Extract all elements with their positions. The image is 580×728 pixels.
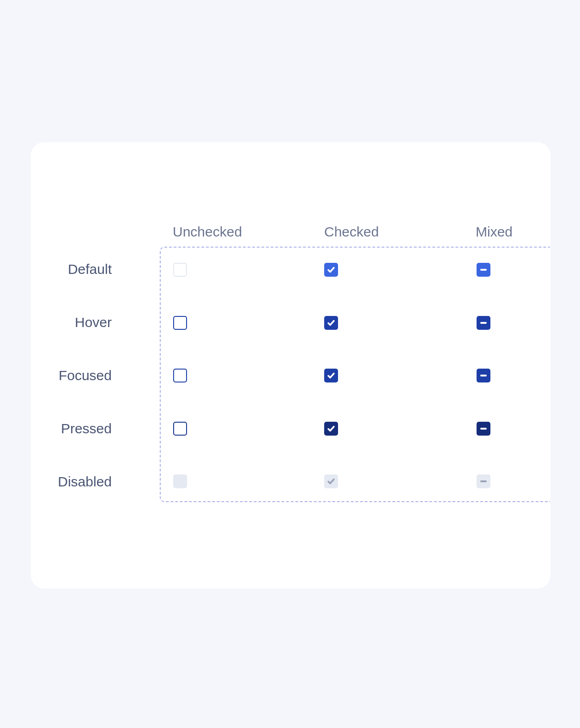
column-header-unchecked: Unchecked xyxy=(173,224,242,240)
checkbox-checked-pressed[interactable] xyxy=(324,422,338,436)
row-label-focused: Focused xyxy=(19,368,112,383)
row-label-default: Default xyxy=(19,261,112,277)
check-icon xyxy=(327,425,335,433)
check-icon xyxy=(327,371,335,380)
dash-icon xyxy=(480,428,487,430)
checkbox-checked-disabled xyxy=(324,474,338,488)
row-label-disabled: Disabled xyxy=(19,474,112,490)
checkbox-unchecked-hover[interactable] xyxy=(173,316,187,330)
column-header-checked: Checked xyxy=(324,224,379,240)
column-header-mixed: Mixed xyxy=(476,224,513,240)
dash-icon xyxy=(480,375,487,376)
checkbox-mixed-hover[interactable] xyxy=(477,316,490,330)
checkbox-checked-default[interactable] xyxy=(324,263,338,277)
checkbox-mixed-pressed[interactable] xyxy=(477,422,490,436)
check-icon xyxy=(327,266,335,274)
card-panel xyxy=(31,142,550,588)
checkbox-unchecked-pressed[interactable] xyxy=(173,422,187,436)
row-label-hover: Hover xyxy=(19,315,112,330)
checkbox-unchecked-default[interactable] xyxy=(173,263,187,277)
dash-icon xyxy=(480,269,487,271)
checkbox-unchecked-disabled xyxy=(173,474,187,488)
dash-icon xyxy=(480,480,487,482)
dash-icon xyxy=(480,322,487,324)
checkbox-checked-hover[interactable] xyxy=(324,316,338,330)
check-icon xyxy=(327,319,335,327)
check-icon xyxy=(327,477,335,485)
checkbox-mixed-default[interactable] xyxy=(477,263,490,277)
checkbox-checked-focused[interactable] xyxy=(324,369,338,382)
checkbox-unchecked-focused[interactable] xyxy=(173,369,187,382)
checkbox-mixed-focused[interactable] xyxy=(477,369,490,382)
row-label-pressed: Pressed xyxy=(19,421,112,437)
checkbox-mixed-disabled xyxy=(477,474,490,488)
